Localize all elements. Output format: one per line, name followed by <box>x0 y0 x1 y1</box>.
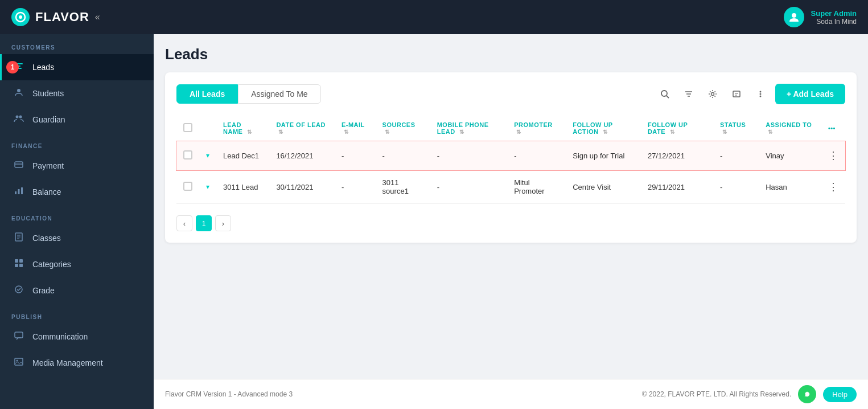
sidebar-item-media[interactable]: Media Management <box>0 350 154 376</box>
students-icon <box>13 87 24 100</box>
sidebar-item-categories[interactable]: Categories <box>0 251 154 277</box>
settings-button[interactable] <box>704 85 722 103</box>
sort-email-icon[interactable]: ⇅ <box>344 129 349 135</box>
svg-rect-18 <box>15 259 18 263</box>
user-info: Super Admin Soda In Mind <box>811 9 857 26</box>
sort-fua-icon[interactable]: ⇅ <box>603 129 608 135</box>
table-row: ▾3011 Lead30/11/2021-3011 source1-Mitul … <box>176 170 845 204</box>
next-page-button[interactable]: › <box>215 215 231 231</box>
search-button[interactable] <box>656 85 674 103</box>
sidebar-item-guardian[interactable]: Guardian <box>0 107 154 133</box>
row-menu-0[interactable]: ⋮ <box>828 149 838 162</box>
page-title-bar: Leads <box>165 46 857 63</box>
help-button[interactable]: Help <box>823 387 857 402</box>
footer-version: Flavor CRM Version 1 - Advanced mode 3 <box>165 390 293 398</box>
sidebar-classes-label: Classes <box>32 234 61 243</box>
pagination: ‹ 1 › <box>176 215 845 231</box>
sort-date-icon[interactable]: ⇅ <box>278 129 283 135</box>
cell-fua-0: Sign up for Trial <box>566 141 641 170</box>
logo-icon <box>11 8 30 26</box>
more-options-button[interactable] <box>751 85 770 103</box>
section-finance: FINANCE <box>0 133 154 153</box>
sidebar-payment-label: Payment <box>32 161 64 170</box>
sidebar-item-students[interactable]: Students <box>0 80 154 107</box>
sidebar-item-communication[interactable]: Communication <box>0 324 154 350</box>
svg-rect-32 <box>733 91 740 97</box>
sidebar-students-label: Students <box>32 89 64 98</box>
sort-status-icon[interactable]: ⇅ <box>722 129 727 135</box>
svg-point-1 <box>19 15 22 19</box>
top-header: FLAVOR « Super Admin Soda In Mind <box>0 0 868 34</box>
svg-point-6 <box>17 89 20 92</box>
svg-rect-19 <box>19 259 23 263</box>
row-menu-1[interactable]: ⋮ <box>828 181 838 193</box>
sort-lead-name-icon[interactable]: ⇅ <box>247 129 252 135</box>
row-expand-0[interactable]: ▾ <box>199 141 216 170</box>
content-area: Leads All Leads Assigned To Me <box>154 34 868 409</box>
filter-button[interactable] <box>680 85 698 103</box>
current-page-button[interactable]: 1 <box>196 215 212 231</box>
svg-point-25 <box>17 360 18 362</box>
prev-page-button[interactable]: ‹ <box>176 215 192 231</box>
communication-icon <box>13 330 24 343</box>
th-promoter: PROMOTER ⇅ <box>507 116 566 141</box>
tab-assigned-to-me[interactable]: Assigned To Me <box>238 84 320 104</box>
user-name: Super Admin <box>811 9 857 18</box>
svg-rect-11 <box>15 191 17 194</box>
sort-assigned-icon[interactable]: ⇅ <box>768 129 773 135</box>
th-sources: SOURCES ⇅ <box>376 116 430 141</box>
tabs-right: + Add Leads <box>656 84 845 104</box>
step1-badge: 1 <box>6 61 19 73</box>
sidebar-item-leads[interactable]: Leads 1 <box>0 54 154 80</box>
leads-card: All Leads Assigned To Me <box>165 72 857 243</box>
cell-mobile-1: - <box>430 170 507 204</box>
classes-icon <box>13 232 24 244</box>
sidebar-item-classes[interactable]: Classes <box>0 225 154 251</box>
sort-fud-icon[interactable]: ⇅ <box>670 129 675 135</box>
svg-rect-23 <box>15 332 23 338</box>
th-expand <box>199 116 216 141</box>
add-leads-button[interactable]: + Add Leads <box>775 84 845 104</box>
sidebar-item-payment[interactable]: Payment <box>0 153 154 179</box>
cell-status-1: - <box>713 170 759 204</box>
cell-sources-1: 3011 source1 <box>376 170 430 204</box>
page-content: Leads All Leads Assigned To Me <box>154 34 868 379</box>
tab-all-leads[interactable]: All Leads <box>176 84 238 104</box>
whatsapp-button[interactable] <box>798 385 816 403</box>
cell-more-1[interactable]: ⋮ <box>821 170 845 204</box>
sort-promoter-icon[interactable]: ⇅ <box>516 129 521 135</box>
cell-promoter-1: Mitul Promoter <box>507 170 566 204</box>
sidebar: CUSTOMERS Leads 1 Students Guardian FINA… <box>0 34 154 409</box>
row-checkbox-cell <box>176 141 199 170</box>
sort-sources-icon[interactable]: ⇅ <box>385 129 390 135</box>
row-expand-1[interactable]: ▾ <box>199 170 216 204</box>
section-education: EDUCATION <box>0 205 154 225</box>
export-button[interactable] <box>727 85 746 103</box>
cell-lead-name-0: Lead Dec1 <box>216 141 269 170</box>
row-checkbox-0[interactable] <box>183 150 192 159</box>
cell-more-0[interactable]: ⋮ <box>821 141 845 170</box>
header-checkbox[interactable] <box>183 123 192 132</box>
logo-text: FLAVOR <box>35 10 89 24</box>
sidebar-guardian-label: Guardian <box>32 115 65 124</box>
svg-point-31 <box>711 93 714 96</box>
svg-rect-21 <box>19 264 23 267</box>
sidebar-item-grade[interactable]: Grade <box>0 277 154 304</box>
avatar <box>784 7 804 27</box>
svg-point-26 <box>661 91 667 96</box>
row-checkbox-1[interactable] <box>183 182 192 191</box>
sidebar-item-balance[interactable]: Balance <box>0 179 154 205</box>
sidebar-balance-label: Balance <box>32 187 61 197</box>
th-follow-up-date: FOLLOW UP DATE ⇅ <box>641 116 713 141</box>
leads-table: LEAD NAME ⇅ DATE OF LEAD ⇅ E-MAIL ⇅ SOUR… <box>176 116 845 204</box>
row-checkbox-cell <box>176 170 199 204</box>
cell-lead-name-1: 3011 Lead <box>216 170 269 204</box>
svg-rect-20 <box>15 264 18 267</box>
th-checkbox <box>176 116 199 141</box>
tabs-row: All Leads Assigned To Me <box>176 84 845 104</box>
svg-line-27 <box>667 96 669 98</box>
svg-rect-13 <box>21 187 23 194</box>
sidebar-categories-label: Categories <box>32 260 71 269</box>
sort-mobile-icon[interactable]: ⇅ <box>459 129 464 135</box>
collapse-icon[interactable]: « <box>95 12 100 22</box>
